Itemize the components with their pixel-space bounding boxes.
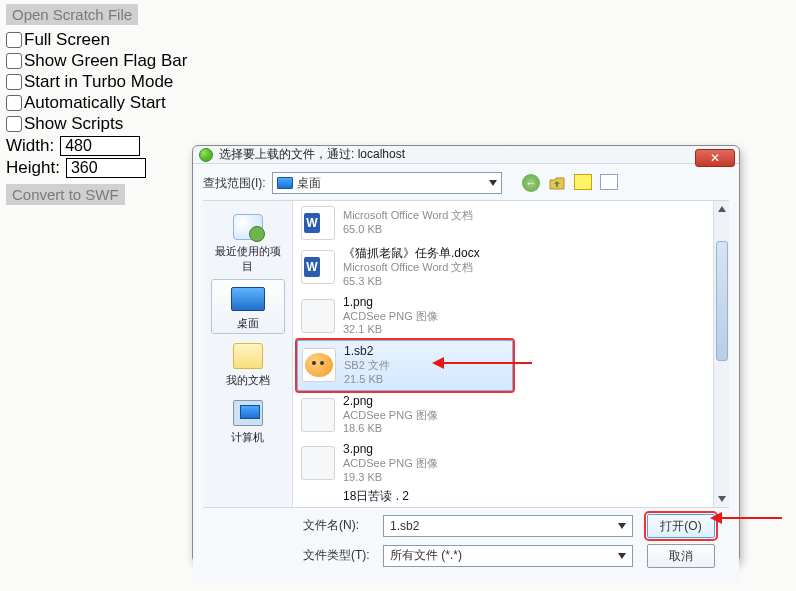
dialog-titlebar: 选择要上载的文件，通过: localhost ✕ xyxy=(193,146,739,163)
places-sidebar: 最近使用的项目 桌面 我的文档 计算机 xyxy=(203,201,293,507)
view-menu-icon[interactable] xyxy=(600,174,618,190)
word-file-icon xyxy=(301,206,335,240)
scroll-thumb[interactable] xyxy=(716,241,728,361)
annotation-arrow-icon xyxy=(720,517,782,519)
file-info: 《猫抓老鼠》任务单.docxMicrosoft Office Word 文档65… xyxy=(343,246,480,289)
checkbox-show-scripts[interactable]: Show Scripts xyxy=(6,114,226,134)
height-label: Height: xyxy=(6,158,60,178)
annotation-arrow-icon xyxy=(442,362,532,364)
open-button[interactable]: 打开(O) xyxy=(647,514,715,538)
checkbox-label: Full Screen xyxy=(24,30,110,50)
scroll-down-icon[interactable] xyxy=(714,491,729,507)
file-row[interactable]: 1.pngACDSee PNG 图像32.1 KB xyxy=(297,292,725,341)
filetype-value: 所有文件 (*.*) xyxy=(390,547,462,564)
checkbox-icon xyxy=(6,74,22,90)
file-info: 1.sb2SB2 文件21.5 KB xyxy=(344,344,390,387)
file-row[interactable]: Microsoft Office Word 文档65.0 KB xyxy=(297,203,725,243)
checkbox-auto-start[interactable]: Automatically Start xyxy=(6,93,226,113)
new-folder-icon[interactable] xyxy=(574,174,592,190)
filename-label: 文件名(N): xyxy=(303,517,375,534)
sidebar-item-label: 计算机 xyxy=(231,431,264,443)
sidebar-item-desktop[interactable]: 桌面 xyxy=(211,279,285,334)
file-row[interactable]: 《猫抓老鼠》任务单.docxMicrosoft Office Word 文档65… xyxy=(297,243,725,292)
cutoff-row: 18日苦读 . 2 xyxy=(297,488,725,505)
checkbox-green-flag[interactable]: Show Green Flag Bar xyxy=(6,51,226,71)
lookin-label: 查找范围(I): xyxy=(203,175,266,192)
file-type: ACDSee PNG 图像 xyxy=(343,409,438,423)
width-input[interactable]: 480 xyxy=(60,136,140,156)
sidebar-item-documents[interactable]: 我的文档 xyxy=(211,336,285,391)
sidebar-item-recent[interactable]: 最近使用的项目 xyxy=(211,207,285,277)
file-size: 19.3 KB xyxy=(343,471,438,485)
filetype-label: 文件类型(T): xyxy=(303,547,375,564)
png-file-icon xyxy=(301,398,335,432)
width-label: Width: xyxy=(6,136,54,156)
sidebar-item-label: 最近使用的项目 xyxy=(215,245,281,272)
file-row[interactable]: 1.sb2SB2 文件21.5 KB xyxy=(297,340,513,391)
scroll-up-icon[interactable] xyxy=(714,201,729,217)
file-row[interactable]: 3.pngACDSee PNG 图像19.3 KB xyxy=(297,439,725,488)
chevron-down-icon xyxy=(489,180,497,186)
scrollbar[interactable] xyxy=(713,201,729,507)
file-info: 3.pngACDSee PNG 图像19.3 KB xyxy=(343,442,438,485)
checkbox-label: Show Green Flag Bar xyxy=(24,51,187,71)
checkbox-icon xyxy=(6,53,22,69)
file-size: 65.3 KB xyxy=(343,275,480,289)
file-name: 1.png xyxy=(343,295,438,310)
checkbox-turbo[interactable]: Start in Turbo Mode xyxy=(6,72,226,92)
lookin-value: 桌面 xyxy=(297,175,321,192)
lookin-row: 查找范围(I): 桌面 ← xyxy=(203,170,729,200)
file-name: 1.sb2 xyxy=(344,344,390,359)
file-info: 2.pngACDSee PNG 图像18.6 KB xyxy=(343,394,438,437)
up-folder-icon[interactable] xyxy=(548,174,566,192)
lookin-combo[interactable]: 桌面 xyxy=(272,172,502,194)
dialog-footer: 文件名(N): 1.sb2 打开(O) 文件类型(T): 所有文件 (*.*) … xyxy=(203,508,729,572)
close-button[interactable]: ✕ xyxy=(695,149,735,167)
dialog-title: 选择要上载的文件，通过: localhost xyxy=(219,146,405,163)
back-icon[interactable]: ← xyxy=(522,174,540,192)
file-row[interactable]: 2.pngACDSee PNG 图像18.6 KB xyxy=(297,391,725,440)
filetype-row: 文件类型(T): 所有文件 (*.*) 取消 xyxy=(303,544,721,568)
file-type: Microsoft Office Word 文档 xyxy=(343,261,480,275)
file-info: 1.pngACDSee PNG 图像32.1 KB xyxy=(343,295,438,338)
file-list[interactable]: Microsoft Office Word 文档65.0 KB《猫抓老鼠》任务单… xyxy=(293,201,729,507)
height-input[interactable]: 360 xyxy=(66,158,146,178)
word-file-icon xyxy=(301,250,335,284)
file-size: 21.5 KB xyxy=(344,373,390,387)
file-name: 3.png xyxy=(343,442,438,457)
file-type: SB2 文件 xyxy=(344,359,390,373)
checkbox-icon xyxy=(6,32,22,48)
png-file-icon xyxy=(301,299,335,333)
file-type: ACDSee PNG 图像 xyxy=(343,457,438,471)
checkbox-label: Automatically Start xyxy=(24,93,166,113)
chevron-down-icon xyxy=(618,523,626,529)
checkbox-icon xyxy=(6,95,22,111)
file-type: Microsoft Office Word 文档 xyxy=(343,209,473,223)
cancel-button[interactable]: 取消 xyxy=(647,544,715,568)
desktop-icon xyxy=(277,177,293,189)
sidebar-item-label: 我的文档 xyxy=(226,374,270,386)
convert-swf-button[interactable]: Convert to SWF xyxy=(6,184,125,205)
file-name: 《猫抓老鼠》任务单.docx xyxy=(343,246,480,261)
checkbox-label: Start in Turbo Mode xyxy=(24,72,173,92)
checkbox-label: Show Scripts xyxy=(24,114,123,134)
toolbar-icons: ← xyxy=(522,174,626,192)
sidebar-item-label: 桌面 xyxy=(237,317,259,329)
file-size: 32.1 KB xyxy=(343,323,438,337)
checkbox-full-screen[interactable]: Full Screen xyxy=(6,30,226,50)
open-scratch-button[interactable]: Open Scratch File xyxy=(6,4,138,25)
file-type: ACDSee PNG 图像 xyxy=(343,310,438,324)
filename-row: 文件名(N): 1.sb2 打开(O) xyxy=(303,514,721,538)
file-name: 2.png xyxy=(343,394,438,409)
filetype-combo[interactable]: 所有文件 (*.*) xyxy=(383,545,633,567)
chevron-down-icon xyxy=(618,553,626,559)
sidebar-item-computer[interactable]: 计算机 xyxy=(211,393,285,448)
checkbox-icon xyxy=(6,116,22,132)
filename-value: 1.sb2 xyxy=(390,519,419,533)
browser-icon xyxy=(199,148,213,162)
filename-combo[interactable]: 1.sb2 xyxy=(383,515,633,537)
file-info: Microsoft Office Word 文档65.0 KB xyxy=(343,209,473,237)
file-browser: 最近使用的项目 桌面 我的文档 计算机 Microsoft Office Wor… xyxy=(203,200,729,508)
png-file-icon xyxy=(301,446,335,480)
file-size: 18.6 KB xyxy=(343,422,438,436)
